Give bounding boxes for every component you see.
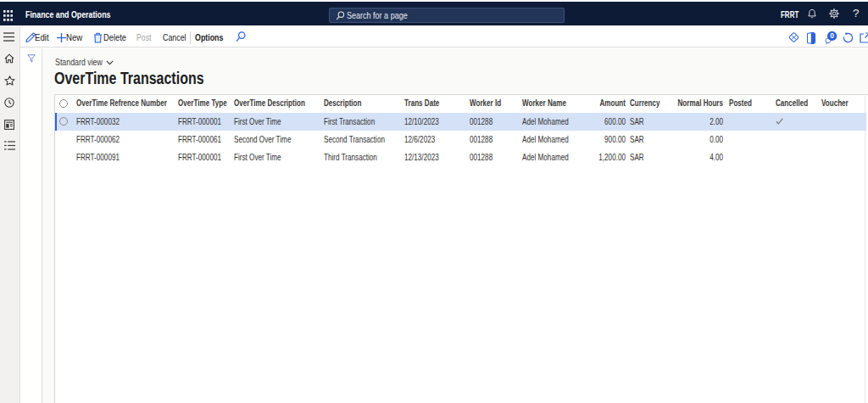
svg-text:0: 0 [830, 31, 834, 40]
